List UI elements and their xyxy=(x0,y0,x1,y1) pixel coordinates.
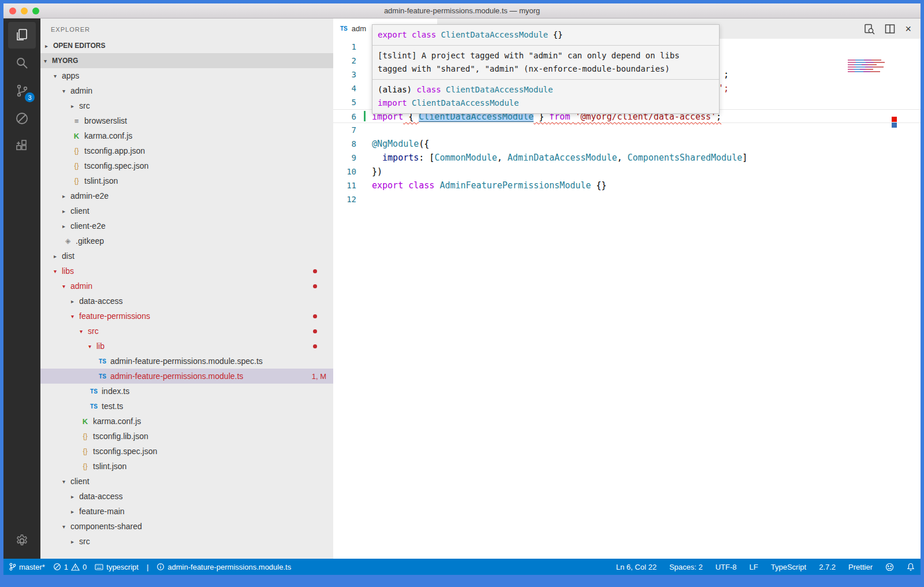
tree-item-tslint.json[interactable]: {}tslint.json xyxy=(40,173,333,188)
code-token: export xyxy=(378,30,407,39)
code-line-12[interactable]: 12 xyxy=(333,192,921,206)
ts-file-icon: TS xyxy=(97,373,108,380)
tree-item-karma.conf.js[interactable]: Kkarma.conf.js xyxy=(40,128,333,143)
tree-item-tsconfig.spec.json[interactable]: {}tsconfig.spec.json xyxy=(40,444,333,459)
maximize-window-button[interactable] xyxy=(32,8,39,14)
git-status-badge: 1, M xyxy=(312,372,326,381)
split-editor-icon[interactable] xyxy=(884,23,896,35)
status-item[interactable]: Spaces: 2 xyxy=(669,563,703,571)
tree-item-libs[interactable]: ▾libs xyxy=(40,263,333,278)
minimap[interactable] xyxy=(848,60,885,73)
code-token: class xyxy=(416,85,441,94)
error-dot-badge xyxy=(313,284,317,288)
status-item[interactable]: Prettier xyxy=(848,563,873,571)
open-editors-header[interactable]: ▸ OPEN EDITORS xyxy=(40,38,333,53)
search-activity-icon[interactable] xyxy=(8,50,36,76)
source-control-activity-icon[interactable]: 3 xyxy=(8,77,36,104)
code-line-10[interactable]: 10}) xyxy=(333,165,921,179)
tslint-message-line: tagged with "shared", "admin" (nx-enforc… xyxy=(378,62,714,76)
tree-item-src[interactable]: ▸src xyxy=(40,534,333,549)
editor-group: TS adm × 123;4';56import { Clien xyxy=(333,18,921,559)
ts-file-icon: TS xyxy=(97,358,108,365)
close-editor-icon[interactable]: × xyxy=(905,24,911,34)
code-line-9[interactable]: 9 imports: [CommonModule, AdminDataAcces… xyxy=(333,151,921,165)
status-item[interactable]: TypeScript xyxy=(771,563,806,571)
tree-item-dist[interactable]: ▸dist xyxy=(40,248,333,263)
tree-item-src[interactable]: ▾src xyxy=(40,324,333,339)
tree-item-client[interactable]: ▾client xyxy=(40,474,333,489)
tree-item-label: test.ts xyxy=(102,402,123,411)
tree-item-tsconfig.lib.json[interactable]: {}tsconfig.lib.json xyxy=(40,429,333,444)
tree-item-.gitkeep[interactable]: ◈.gitkeep xyxy=(40,233,333,248)
tree-item-tslint.json[interactable]: {}tslint.json xyxy=(40,459,333,474)
code-line-8[interactable]: 8@NgModule({ xyxy=(333,137,921,151)
file-tree: ▾apps▾admin▸src≡browserslistKkarma.conf.… xyxy=(40,68,333,549)
tree-item-data-access[interactable]: ▸data-access xyxy=(40,489,333,504)
tree-item-admin[interactable]: ▾admin xyxy=(40,278,333,294)
error-dot-badge xyxy=(313,314,317,318)
code-token: {} xyxy=(548,30,562,39)
branch-name: master* xyxy=(19,563,45,571)
code-text: }) xyxy=(372,165,382,179)
code-token: {} xyxy=(591,180,606,191)
notifications-bell-icon[interactable] xyxy=(907,563,915,571)
chevron-down-icon: ▾ xyxy=(71,313,79,319)
line-number: 11 xyxy=(333,179,356,192)
tree-item-label: tslint.json xyxy=(93,462,126,471)
tree-item-test.ts[interactable]: TStest.ts xyxy=(40,399,333,414)
code-token: @NgModule xyxy=(372,139,419,149)
tree-item-components-shared[interactable]: ▾components-shared xyxy=(40,519,333,534)
code-token xyxy=(407,30,412,39)
tree-item-client[interactable]: ▸client xyxy=(40,203,333,218)
code-line-11[interactable]: 11export class AdminFeaturePermissionsMo… xyxy=(333,179,921,192)
open-preview-icon[interactable] xyxy=(863,23,875,35)
tree-item-feature-permissions[interactable]: ▾feature-permissions xyxy=(40,309,333,324)
minimize-window-button[interactable] xyxy=(21,8,28,14)
tree-item-feature-main[interactable]: ▸feature-main xyxy=(40,504,333,519)
tree-item-src[interactable]: ▸src xyxy=(40,98,333,113)
tree-item-tsconfig.app.json[interactable]: {}tsconfig.app.json xyxy=(40,143,333,158)
tree-item-tsconfig.spec.json[interactable]: {}tsconfig.spec.json xyxy=(40,158,333,173)
tree-item-admin[interactable]: ▾admin xyxy=(40,83,333,98)
git-branch-status[interactable]: master* xyxy=(9,563,45,571)
tree-item-label: admin xyxy=(70,86,92,95)
feedback-status[interactable]: typescript xyxy=(95,563,139,571)
active-file-status[interactable]: admin-feature-permissions.module.ts xyxy=(157,563,291,571)
tree-item-label: client xyxy=(70,206,90,216)
debug-activity-icon[interactable] xyxy=(8,105,36,132)
chevron-right-icon: ▸ xyxy=(62,193,70,199)
tree-item-index.ts[interactable]: TSindex.ts xyxy=(40,384,333,399)
code-text: imports: [CommonModule, AdminDataAccessM… xyxy=(372,151,747,165)
status-item[interactable]: UTF-8 xyxy=(716,563,737,571)
hover-message: [tslint] A project tagged with "admin" c… xyxy=(372,45,719,79)
settings-gear-icon[interactable] xyxy=(8,527,36,554)
extensions-activity-icon[interactable] xyxy=(8,133,36,159)
code-line-7[interactable]: 7 xyxy=(333,123,921,137)
tree-item-apps[interactable]: ▾apps xyxy=(40,68,333,83)
tree-item-data-access[interactable]: ▸data-access xyxy=(40,294,333,309)
code-token: class xyxy=(408,180,434,191)
tree-item-label: data-access xyxy=(79,492,122,501)
feedback-smiley-icon[interactable] xyxy=(885,563,894,571)
tree-item-admin-feature-permissions.module.spec.ts[interactable]: TSadmin-feature-permissions.module.spec.… xyxy=(40,354,333,369)
tree-item-karma.conf.js[interactable]: Kkarma.conf.js xyxy=(40,414,333,429)
tree-item-admin-e2e[interactable]: ▸admin-e2e xyxy=(40,188,333,203)
tree-item-browserslist[interactable]: ≡browserslist xyxy=(40,113,333,128)
problems-status[interactable]: 1 0 xyxy=(53,563,87,571)
code-token xyxy=(407,98,412,107)
status-divider: | xyxy=(147,563,148,571)
status-item[interactable]: Ln 6, Col 22 xyxy=(616,563,657,571)
workspace-root-header[interactable]: ▾ MYORG xyxy=(40,53,333,68)
error-icon xyxy=(53,563,61,571)
tree-item-lib[interactable]: ▾lib xyxy=(40,339,333,354)
status-item[interactable]: LF xyxy=(750,563,758,571)
sidebar-title: EXPLORER xyxy=(40,18,333,38)
close-window-button[interactable] xyxy=(9,8,16,14)
tree-item-label: admin-feature-permissions.module.ts xyxy=(110,371,243,381)
status-item[interactable]: 2.7.2 xyxy=(819,563,836,571)
tree-item-client-e2e[interactable]: ▸client-e2e xyxy=(40,218,333,233)
tree-item-admin-feature-permissions.module.ts[interactable]: TSadmin-feature-permissions.module.ts1, … xyxy=(40,369,333,384)
explorer-activity-icon[interactable] xyxy=(8,22,36,49)
tree-item-label: tsconfig.spec.json xyxy=(84,161,148,170)
line-number: 4 xyxy=(333,81,356,95)
